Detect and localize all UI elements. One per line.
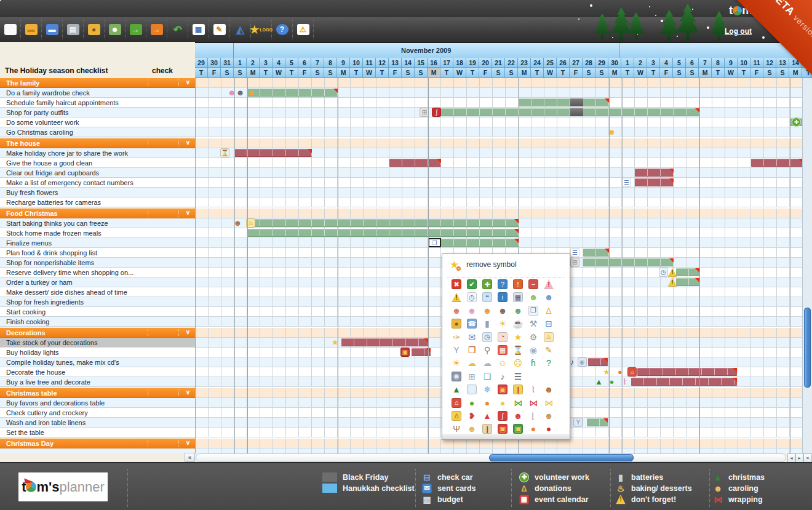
day-letter-cell[interactable]: S	[324, 68, 337, 78]
task-label-row[interactable]: Finalize menus	[0, 238, 195, 248]
section-header[interactable]: Christmas table∨	[0, 388, 195, 398]
section-header[interactable]: Food Christmas∨	[0, 209, 195, 218]
day-letter-cell[interactable]: S	[686, 68, 699, 78]
day-letter-cell[interactable]: T	[621, 68, 634, 78]
pencil-icon[interactable]: ✎	[544, 345, 554, 355]
day-letter-cell[interactable]: T	[647, 68, 660, 78]
chart-warning-button[interactable]: ⚠	[293, 20, 314, 39]
info-icon[interactable]: i	[498, 292, 507, 302]
calendar-icon[interactable]: ▦	[519, 495, 529, 504]
snowman-icon[interactable]: ☃	[467, 384, 477, 394]
day-letter-cell[interactable]: W	[725, 68, 738, 78]
lock-button[interactable]: ●	[84, 20, 105, 39]
teddy-bear-icon[interactable]: ☻	[544, 411, 554, 421]
task-label-row[interactable]: Decorate the house	[0, 367, 195, 377]
day-letter-cell[interactable]: M	[699, 68, 712, 78]
task-label-row[interactable]: Make holiday chore jar to share the work	[0, 148, 195, 158]
music-note-icon[interactable]: ♪	[498, 372, 507, 381]
christmas-tree-icon[interactable]: ▲	[713, 472, 723, 482]
day-letter-cell[interactable]: M	[337, 68, 350, 78]
stop-icon[interactable]: ✖	[452, 279, 461, 289]
candle-red-icon[interactable]: ❙	[513, 384, 523, 394]
help-button[interactable]: ?	[272, 20, 293, 39]
date-cell[interactable]: 29	[195, 58, 208, 68]
gold-bell-icon[interactable]: ∆	[544, 306, 554, 316]
day-letter-cell[interactable]: T	[285, 68, 298, 78]
gift-gold-icon[interactable]: ▣	[498, 424, 507, 434]
edit-notes-button[interactable]: ✎	[209, 20, 230, 39]
coffee-cup-icon[interactable]: ☕	[513, 319, 523, 329]
calculator-icon[interactable]: ▦	[513, 292, 523, 302]
stocking-icon[interactable]: ʃ	[498, 411, 507, 421]
date-cell[interactable]: 1	[234, 58, 247, 68]
clock-icon[interactable]: ◷	[467, 292, 477, 302]
expand-corner-button[interactable]: »	[803, 453, 812, 463]
day-letter-cell[interactable]: T	[260, 68, 273, 78]
day-letter-cell[interactable]: W	[544, 68, 557, 78]
light-red-icon[interactable]: ●	[544, 424, 554, 434]
warning-icon[interactable]: !	[616, 495, 626, 504]
mitten-icon[interactable]: ❥	[467, 411, 477, 421]
new-document-button[interactable]	[0, 20, 21, 39]
green-bar[interactable]	[247, 89, 338, 97]
date-cell[interactable]: 2	[634, 58, 647, 68]
logo-star-button[interactable]: ★LOGO	[251, 20, 272, 39]
shopping-cart-icon[interactable]: ⊞	[467, 372, 477, 381]
day-letter-cell[interactable]: T	[195, 68, 208, 78]
alarm-clock-blue-icon[interactable]: ◷	[482, 332, 492, 342]
question-green-icon[interactable]: ?	[544, 358, 554, 368]
popup-header[interactable]: ★− remove symbol	[442, 254, 570, 275]
day-letter-cell[interactable]: S	[595, 68, 608, 78]
sad-face-icon[interactable]: ☹	[513, 358, 523, 368]
task-label-row[interactable]: Make dessert/ side dishes ahead of time	[0, 287, 195, 297]
date-cell[interactable]: 30	[608, 58, 621, 68]
date-cell[interactable]: 3	[647, 58, 660, 68]
green-bar[interactable]	[583, 258, 674, 266]
ice-skate-icon[interactable]: ⌊	[528, 411, 538, 421]
chevron-down-icon[interactable]: ∨	[186, 139, 190, 146]
task-label-row[interactable]: Stock home made frozen meals	[0, 228, 195, 238]
day-letter-cell[interactable]: W	[273, 68, 285, 78]
date-cell[interactable]: 7	[699, 58, 712, 68]
date-cell[interactable]: 27	[570, 58, 583, 68]
red-bar[interactable]	[341, 338, 428, 346]
date-cell[interactable]: 11	[750, 58, 763, 68]
task-label-row[interactable]: Shop for nonperishable items	[0, 258, 195, 268]
date-cell[interactable]: 20	[479, 58, 492, 68]
red-bar[interactable]	[635, 169, 674, 177]
date-cell[interactable]: 10	[738, 58, 750, 68]
print-button[interactable]: ▤	[63, 20, 84, 39]
date-cell[interactable]: 9	[337, 58, 350, 68]
bow-green-icon[interactable]: ⋈	[513, 398, 523, 408]
day-letter-cell[interactable]: T	[440, 68, 453, 78]
selected-cell[interactable]: ❐	[428, 238, 441, 247]
section-header[interactable]: Christmas Day∨	[0, 439, 195, 448]
red-bar[interactable]	[389, 159, 441, 167]
day-letter-cell[interactable]: W	[363, 68, 376, 78]
task-gantt-row[interactable]	[196, 168, 812, 178]
day-letter-cell[interactable]: T	[350, 68, 363, 78]
date-cell[interactable]: 5	[673, 58, 686, 68]
martini-icon[interactable]: Y	[452, 345, 461, 355]
horizontal-scrollbar-thumb[interactable]	[489, 454, 634, 461]
task-label-row[interactable]: Finish cooking	[0, 317, 195, 327]
task-label-row[interactable]: Give the house a good clean	[0, 158, 195, 168]
task-label-row[interactable]: Buy a live tree and decorate	[0, 377, 195, 387]
task-gantt-row[interactable]	[196, 98, 812, 108]
task-label-row[interactable]: Take stock of your decorations	[0, 338, 195, 348]
task-label-row[interactable]: Shop for fresh ingredients	[0, 297, 195, 307]
fax-phone-icon[interactable]: ☎	[467, 319, 477, 329]
birthday-cake-icon[interactable]: ♨	[544, 332, 554, 342]
person-pink-icon[interactable]: ☻	[467, 306, 477, 316]
wrench-icon[interactable]: ⚒	[528, 319, 538, 329]
task-gantt-row[interactable]	[196, 127, 812, 137]
reindeer-icon[interactable]: Ψ	[452, 424, 461, 434]
magnifier-icon[interactable]: ⚲	[482, 345, 492, 355]
day-letter-cell[interactable]: S	[505, 68, 518, 78]
cd-icon[interactable]: ◉	[578, 357, 587, 367]
task-label-row[interactable]: Compile holiday tunes, make mix cd's	[0, 357, 195, 367]
undo-button[interactable]: ↶	[167, 20, 188, 39]
task-label-row[interactable]: Start cooking	[0, 307, 195, 317]
task-label-row[interactable]: Check cutlery and crockery	[0, 408, 195, 418]
task-label-row[interactable]: Go Christmas caroling	[0, 127, 195, 137]
